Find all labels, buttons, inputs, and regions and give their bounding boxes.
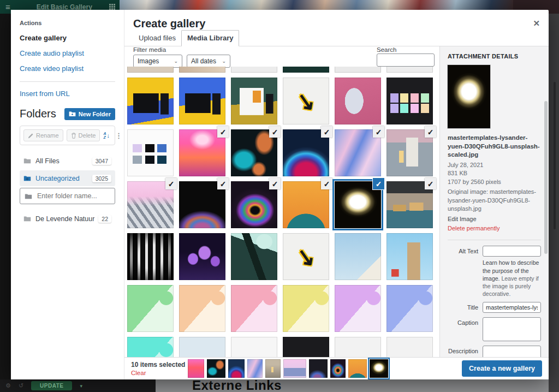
title-input[interactable] <box>483 302 541 313</box>
folder-name-input[interactable] <box>36 192 104 200</box>
check-icon[interactable]: ✓ <box>269 178 281 189</box>
folder-item-uncategorized[interactable]: Uncategorized3025 <box>20 170 115 186</box>
tray-paint-teal-orange[interactable] <box>207 359 225 378</box>
folder-item-de-levende-natuur[interactable]: De Levende Natuur22 <box>20 211 115 227</box>
thumb-light-gray-1[interactable] <box>231 67 277 73</box>
check-icon[interactable]: ✓ <box>217 178 229 189</box>
page-scrollbar[interactable] <box>554 82 556 229</box>
thumb-flatiron-building[interactable] <box>386 233 433 280</box>
details-scrollbar[interactable] <box>544 101 548 254</box>
thumb-house-dusk[interactable]: ✓ <box>386 129 433 176</box>
create-gallery-modal: Actions Create gallery Create audio play… <box>11 10 549 379</box>
check-icon[interactable]: ✓ <box>217 126 229 138</box>
thumb-opera-house-sails[interactable] <box>335 233 381 280</box>
thumb-harbour-bridge[interactable]: ✓ <box>386 181 433 228</box>
search-input[interactable] <box>377 54 435 67</box>
thumb-sydney-skyline[interactable] <box>179 337 225 358</box>
tray-house-dusk[interactable] <box>265 359 281 378</box>
thumb-skylight-diamond[interactable]: ✓ <box>335 181 381 228</box>
thumb-light-gray-2[interactable] <box>335 67 381 73</box>
delete-folder-button[interactable]: Delete <box>67 129 100 141</box>
tray-dome-orange-teal[interactable] <box>348 359 367 378</box>
thumb-supertrees-night[interactable] <box>179 233 225 280</box>
thumb-light-bars-bw[interactable] <box>127 233 174 280</box>
sidebar-item-create-video-playlist[interactable]: Create video playlist <box>20 64 115 73</box>
thumb-tan-photo[interactable] <box>179 67 225 73</box>
check-icon[interactable]: ✓ <box>321 178 332 189</box>
thumb-supertree-canopy[interactable] <box>231 233 277 280</box>
rename-folder-button[interactable]: Rename <box>23 129 63 141</box>
check-icon[interactable]: ✓ <box>165 178 177 189</box>
thumb-beige-photo[interactable] <box>127 67 174 73</box>
thumb-dark-template-2[interactable] <box>283 337 329 358</box>
tray-agate-blue-red[interactable] <box>228 359 245 378</box>
media-type-select[interactable]: Images⌄ <box>133 55 182 68</box>
thumb-paint-teal-orange[interactable]: ✓ <box>231 129 277 176</box>
thumb-logo-orange-circle[interactable] <box>386 337 433 358</box>
close-icon[interactable]: ✕ <box>533 19 540 28</box>
sort-az-icon[interactable]: AZ↓ <box>103 132 110 139</box>
create-gallery-button[interactable]: Create a new gallery <box>462 360 542 377</box>
edit-image-link[interactable]: Edit Image <box>448 215 541 224</box>
check-icon[interactable]: ✓ <box>425 126 436 138</box>
thumb-blog-collage[interactable] <box>127 129 174 176</box>
thumb-white-collage[interactable] <box>231 337 277 358</box>
tray-rainbow-rings[interactable] <box>330 359 346 378</box>
thumb-oil-planet[interactable]: ✓ <box>179 181 225 228</box>
thumb-placeholder-yellow[interactable] <box>283 285 329 332</box>
delete-permanently-link[interactable]: Delete permanently <box>448 224 541 233</box>
check-icon[interactable]: ✓ <box>373 126 384 138</box>
thumb-dunes-pastel[interactable]: ✓ <box>127 181 174 228</box>
thumb-arrow-down-right-2[interactable]: ↘ <box>283 233 329 280</box>
tray-marble-blue-pink[interactable] <box>247 359 263 378</box>
folder-more-menu-icon[interactable]: ⋮ <box>115 132 122 140</box>
folder-name: Uncategorized <box>35 175 80 182</box>
thumb-dark-green[interactable] <box>283 67 329 73</box>
sidebar-item-create-gallery[interactable]: Create gallery <box>20 34 115 42</box>
clear-selection-link[interactable]: Clear <box>131 370 188 376</box>
hamburger-menu-icon[interactable]: ≡ <box>5 2 10 11</box>
thumb-placeholder-peach[interactable] <box>179 285 225 332</box>
thumb-dark-pricing-template[interactable] <box>386 78 433 124</box>
tray-neon-corridor[interactable] <box>188 359 204 378</box>
thumb-dome-orange-teal[interactable]: ✓ <box>283 181 329 228</box>
alt-text-input[interactable] <box>483 246 541 257</box>
check-icon[interactable]: ✓ <box>321 126 332 138</box>
folder-item-all-files[interactable]: All Files3047 <box>20 153 115 169</box>
thumb-neon-corridor[interactable]: ✓ <box>179 129 225 176</box>
check-icon[interactable]: ✓ <box>269 126 281 138</box>
apps-grid-icon[interactable] <box>109 4 115 10</box>
thumb-marble-blue-pink[interactable]: ✓ <box>335 129 381 176</box>
thumb-mockup-yellow-blue[interactable] <box>127 78 174 124</box>
description-input[interactable] <box>483 346 541 358</box>
thumb-mockup-green-yellow[interactable] <box>231 78 277 124</box>
thumb-placeholder-pink[interactable] <box>231 285 277 332</box>
thumb-light-gray-3[interactable] <box>386 67 433 73</box>
new-folder-name-box[interactable] <box>20 188 115 204</box>
tray-skylight-diamond[interactable] <box>370 359 388 378</box>
thumb-mockup-blue-yellow[interactable] <box>179 78 225 124</box>
alt-text-help: Learn how to describe the purpose of the… <box>483 259 541 298</box>
caption-input[interactable] <box>483 317 541 341</box>
tab-upload-files[interactable]: Upload files <box>133 31 181 46</box>
thumb-agate-blue-red[interactable]: ✓ <box>283 129 329 176</box>
media-modal-sidebar: Actions Create gallery Create audio play… <box>11 10 124 379</box>
thumb-placeholder-purple[interactable] <box>335 285 381 332</box>
media-grid[interactable]: ↘✓✓✓✓✓✓✓✓✓✓✓↘ <box>124 67 439 358</box>
thumb-rainbow-rings[interactable]: ✓ <box>231 181 277 228</box>
thumb-placeholder-blue[interactable] <box>386 285 433 332</box>
sidebar-item-insert-from-url[interactable]: Insert from URL <box>20 90 115 98</box>
thumb-arrow-down-right-1[interactable]: ↘ <box>283 78 329 124</box>
new-folder-button[interactable]: New Folder <box>64 108 115 120</box>
date-filter-select[interactable]: All dates⌄ <box>187 55 230 68</box>
thumb-placeholder-teal[interactable] <box>127 337 174 358</box>
sidebar-item-create-audio-playlist[interactable]: Create audio playlist <box>20 49 115 57</box>
check-icon[interactable]: ✓ <box>425 178 436 189</box>
thumb-placeholder-green[interactable] <box>127 285 174 332</box>
selected-check-icon[interactable]: ✓ <box>373 178 384 189</box>
tray-oil-planet[interactable] <box>309 359 328 378</box>
thumb-hand-painting[interactable] <box>335 78 381 124</box>
thumb-logo-blue-circle[interactable] <box>335 337 381 358</box>
tray-dunes-pastel[interactable] <box>283 359 306 378</box>
tab-media-library[interactable]: Media Library <box>181 30 240 46</box>
